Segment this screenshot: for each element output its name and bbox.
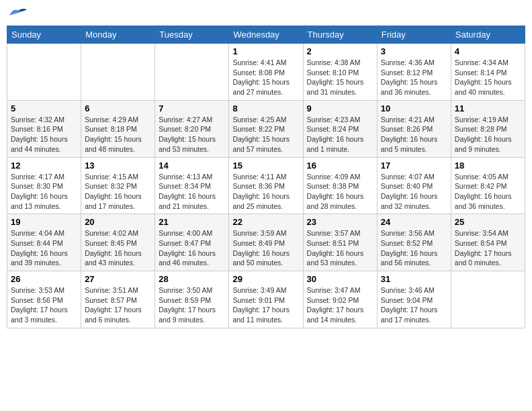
day-number: 15	[232, 161, 299, 171]
day-info: Sunrise: 4:34 AMSunset: 8:14 PMDaylight:…	[455, 58, 521, 97]
day-info: Sunrise: 4:23 AMSunset: 8:24 PMDaylight:…	[307, 115, 373, 154]
day-info: Sunrise: 3:59 AMSunset: 8:49 PMDaylight:…	[232, 228, 299, 268]
day-info: Sunrise: 3:56 AMSunset: 8:52 PMDaylight:…	[381, 228, 447, 268]
day-info: Sunrise: 4:17 AMSunset: 8:30 PMDaylight:…	[11, 172, 77, 212]
week-row-5: 26Sunrise: 3:53 AMSunset: 8:56 PMDayligh…	[7, 271, 525, 328]
calendar-cell: 3Sunrise: 4:36 AMSunset: 8:12 PMDaylight…	[377, 44, 451, 101]
calendar-cell: 26Sunrise: 3:53 AMSunset: 8:56 PMDayligh…	[7, 271, 81, 328]
week-row-3: 12Sunrise: 4:17 AMSunset: 8:30 PMDayligh…	[7, 157, 525, 214]
day-info: Sunrise: 4:41 AMSunset: 8:08 PMDaylight:…	[232, 58, 299, 97]
day-number: 4	[455, 46, 521, 56]
calendar-cell: 10Sunrise: 4:21 AMSunset: 8:26 PMDayligh…	[377, 100, 451, 157]
calendar-cell: 23Sunrise: 3:57 AMSunset: 8:51 PMDayligh…	[303, 214, 377, 271]
calendar-cell: 17Sunrise: 4:07 AMSunset: 8:40 PMDayligh…	[377, 157, 451, 214]
week-row-2: 5Sunrise: 4:32 AMSunset: 8:16 PMDaylight…	[7, 100, 525, 157]
calendar-header-row: SundayMondayTuesdayWednesdayThursdayFrid…	[7, 26, 525, 44]
day-info: Sunrise: 3:57 AMSunset: 8:51 PMDaylight:…	[307, 228, 373, 268]
calendar-cell: 15Sunrise: 4:11 AMSunset: 8:36 PMDayligh…	[229, 157, 303, 214]
day-number: 16	[307, 161, 373, 171]
day-number: 9	[307, 103, 373, 113]
day-number: 10	[381, 103, 447, 113]
day-number: 31	[381, 274, 447, 284]
day-info: Sunrise: 4:36 AMSunset: 8:12 PMDaylight:…	[381, 58, 447, 97]
day-info: Sunrise: 3:50 AMSunset: 8:59 PMDaylight:…	[159, 285, 225, 325]
day-info: Sunrise: 4:15 AMSunset: 8:32 PMDaylight:…	[85, 172, 151, 212]
calendar-cell: 27Sunrise: 3:51 AMSunset: 8:57 PMDayligh…	[81, 271, 155, 328]
calendar-cell: 18Sunrise: 4:05 AMSunset: 8:42 PMDayligh…	[451, 157, 525, 214]
day-info: Sunrise: 4:19 AMSunset: 8:28 PMDaylight:…	[455, 115, 521, 154]
day-number: 25	[455, 217, 521, 227]
day-info: Sunrise: 4:25 AMSunset: 8:22 PMDaylight:…	[232, 115, 299, 154]
day-info: Sunrise: 3:47 AMSunset: 9:02 PMDaylight:…	[307, 285, 373, 325]
day-info: Sunrise: 4:09 AMSunset: 8:38 PMDaylight:…	[307, 172, 373, 212]
calendar-cell	[7, 44, 81, 101]
col-header-tuesday: Tuesday	[155, 26, 229, 44]
day-info: Sunrise: 4:00 AMSunset: 8:47 PMDaylight:…	[159, 228, 225, 268]
day-info: Sunrise: 4:21 AMSunset: 8:26 PMDaylight:…	[381, 115, 447, 154]
day-number: 13	[85, 161, 151, 171]
day-info: Sunrise: 4:27 AMSunset: 8:20 PMDaylight:…	[159, 115, 225, 154]
col-header-friday: Friday	[377, 26, 451, 44]
day-number: 26	[11, 274, 77, 284]
day-info: Sunrise: 4:02 AMSunset: 8:45 PMDaylight:…	[85, 228, 151, 268]
calendar-cell: 31Sunrise: 3:46 AMSunset: 9:04 PMDayligh…	[377, 271, 451, 328]
day-number: 5	[11, 103, 77, 113]
day-info: Sunrise: 4:07 AMSunset: 8:40 PMDaylight:…	[381, 172, 447, 212]
day-info: Sunrise: 3:49 AMSunset: 9:01 PMDaylight:…	[232, 285, 299, 325]
day-info: Sunrise: 3:54 AMSunset: 8:54 PMDaylight:…	[455, 228, 521, 268]
day-info: Sunrise: 3:46 AMSunset: 9:04 PMDaylight:…	[381, 285, 447, 325]
calendar-table: SundayMondayTuesdayWednesdayThursdayFrid…	[7, 26, 525, 328]
day-info: Sunrise: 4:11 AMSunset: 8:36 PMDaylight:…	[232, 172, 299, 212]
col-header-wednesday: Wednesday	[229, 26, 303, 44]
logo-bird-icon	[8, 7, 28, 19]
day-number: 8	[232, 103, 299, 113]
calendar-cell: 9Sunrise: 4:23 AMSunset: 8:24 PMDaylight…	[303, 100, 377, 157]
calendar-cell: 20Sunrise: 4:02 AMSunset: 8:45 PMDayligh…	[81, 214, 155, 271]
logo	[7, 7, 28, 19]
calendar-cell: 4Sunrise: 4:34 AMSunset: 8:14 PMDaylight…	[451, 44, 525, 101]
day-number: 18	[455, 161, 521, 171]
calendar-cell: 12Sunrise: 4:17 AMSunset: 8:30 PMDayligh…	[7, 157, 81, 214]
day-number: 30	[307, 274, 373, 284]
day-number: 17	[381, 161, 447, 171]
calendar-cell: 25Sunrise: 3:54 AMSunset: 8:54 PMDayligh…	[451, 214, 525, 271]
day-info: Sunrise: 4:29 AMSunset: 8:18 PMDaylight:…	[85, 115, 151, 154]
day-number: 1	[232, 46, 299, 56]
day-info: Sunrise: 3:53 AMSunset: 8:56 PMDaylight:…	[11, 285, 77, 325]
calendar-cell: 5Sunrise: 4:32 AMSunset: 8:16 PMDaylight…	[7, 100, 81, 157]
calendar-cell: 8Sunrise: 4:25 AMSunset: 8:22 PMDaylight…	[229, 100, 303, 157]
col-header-thursday: Thursday	[303, 26, 377, 44]
calendar-cell: 29Sunrise: 3:49 AMSunset: 9:01 PMDayligh…	[229, 271, 303, 328]
calendar-cell: 19Sunrise: 4:04 AMSunset: 8:44 PMDayligh…	[7, 214, 81, 271]
day-info: Sunrise: 4:13 AMSunset: 8:34 PMDaylight:…	[159, 172, 225, 212]
day-info: Sunrise: 4:38 AMSunset: 8:10 PMDaylight:…	[307, 58, 373, 97]
day-number: 3	[381, 46, 447, 56]
day-number: 7	[159, 103, 225, 113]
day-info: Sunrise: 4:32 AMSunset: 8:16 PMDaylight:…	[11, 115, 77, 154]
calendar-cell: 14Sunrise: 4:13 AMSunset: 8:34 PMDayligh…	[155, 157, 229, 214]
day-number: 28	[159, 274, 225, 284]
calendar-cell: 1Sunrise: 4:41 AMSunset: 8:08 PMDaylight…	[229, 44, 303, 101]
calendar-cell: 7Sunrise: 4:27 AMSunset: 8:20 PMDaylight…	[155, 100, 229, 157]
calendar-cell: 24Sunrise: 3:56 AMSunset: 8:52 PMDayligh…	[377, 214, 451, 271]
day-number: 19	[11, 217, 77, 227]
day-number: 6	[85, 103, 151, 113]
day-number: 21	[159, 217, 225, 227]
day-number: 23	[307, 217, 373, 227]
day-number: 20	[85, 217, 151, 227]
day-info: Sunrise: 4:05 AMSunset: 8:42 PMDaylight:…	[455, 172, 521, 212]
calendar-cell	[155, 44, 229, 101]
calendar-cell: 30Sunrise: 3:47 AMSunset: 9:02 PMDayligh…	[303, 271, 377, 328]
day-info: Sunrise: 3:51 AMSunset: 8:57 PMDaylight:…	[85, 285, 151, 325]
col-header-saturday: Saturday	[451, 26, 525, 44]
week-row-4: 19Sunrise: 4:04 AMSunset: 8:44 PMDayligh…	[7, 214, 525, 271]
calendar-cell: 16Sunrise: 4:09 AMSunset: 8:38 PMDayligh…	[303, 157, 377, 214]
day-number: 11	[455, 103, 521, 113]
week-row-1: 1Sunrise: 4:41 AMSunset: 8:08 PMDaylight…	[7, 44, 525, 101]
day-number: 29	[232, 274, 299, 284]
day-info: Sunrise: 4:04 AMSunset: 8:44 PMDaylight:…	[11, 228, 77, 268]
page-header	[7, 7, 525, 19]
calendar-cell: 21Sunrise: 4:00 AMSunset: 8:47 PMDayligh…	[155, 214, 229, 271]
day-number: 2	[307, 46, 373, 56]
calendar-cell: 22Sunrise: 3:59 AMSunset: 8:49 PMDayligh…	[229, 214, 303, 271]
